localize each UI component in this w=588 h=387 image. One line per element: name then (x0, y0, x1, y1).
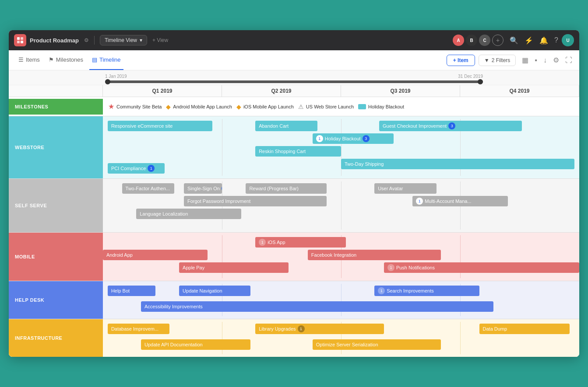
fullscreen-icon[interactable]: ⛶ (565, 56, 572, 64)
tab-items[interactable]: ☰ Items (16, 50, 42, 70)
add-view-button[interactable]: + View (152, 37, 168, 43)
activity-icon[interactable]: ⚡ (525, 36, 533, 45)
q2-header: Q2 2019 (222, 85, 341, 97)
badge-push-white: 1 (387, 264, 394, 271)
badge-3b: 3 (363, 135, 370, 142)
add-avatar-button[interactable]: + (492, 35, 503, 46)
avatar-2[interactable]: B (466, 35, 477, 46)
bar-holiday-blackout[interactable]: 1 Holiday Blackout 3 (313, 133, 394, 144)
infrastructure-content: Database Improvem... Library Upgrades 1 … (103, 319, 579, 357)
bar-user-avatar[interactable]: User Avatar (374, 183, 436, 194)
milestones-content: ★ Community Site Beta ◆ Android Mobile A… (103, 99, 579, 114)
bar-pci-compliance[interactable]: PCI Compliance 1 (108, 163, 165, 174)
export-icon[interactable]: ↓ (543, 56, 547, 64)
filter-icon: ▼ (484, 57, 489, 63)
bar-android-app[interactable]: Android App (103, 250, 208, 260)
add-item-button[interactable]: + Item (447, 55, 475, 66)
bar-responsive-ecommerce[interactable]: Responsive eCommerce site (108, 121, 212, 131)
svg-rect-1 (21, 37, 23, 40)
bar-multi-account[interactable]: 1 Multi-Account Mana... (412, 196, 508, 206)
bar-forgot-password[interactable]: Forgot Password Improvment (184, 196, 327, 206)
view-selector[interactable]: Timeline View ▾ (100, 35, 147, 45)
bar-library[interactable]: Library Upgrades 1 (255, 324, 384, 334)
milestones-row: MILESTONES ★ Community Site Beta ◆ Andro… (9, 97, 579, 116)
main-content: Q1 2019 Q2 2019 Q3 2019 Q4 2019 MILESTON… (9, 85, 579, 357)
helpdesk-label: HELP DESK (9, 281, 103, 319)
slider-start-date: 1 Jan 2019 (105, 74, 127, 79)
svg-rect-2 (17, 41, 20, 43)
top-nav: Product Roadmap ⚙ Timeline View ▾ + View… (9, 30, 579, 50)
notifications-icon[interactable]: 🔔 (539, 36, 548, 45)
selfserve-row: SELF SERVE Two-Factor Authen... Single-S… (9, 179, 579, 233)
bar-guest-checkout[interactable]: Guest Checkout Improvement 3 (379, 121, 522, 131)
diamond-icon-1: ◆ (166, 103, 171, 110)
mobile-content: 1 iOS App Android App Facebook Integrati… (103, 233, 579, 281)
selfserve-label-text: SELF SERVE (15, 203, 47, 208)
help-icon[interactable]: ? (554, 36, 558, 44)
slider-thumb-left[interactable] (105, 79, 110, 84)
q1-header: Q1 2019 (103, 85, 222, 97)
bar-reward[interactable]: Reward (Progress Bar) (246, 183, 327, 194)
milestone-webstore[interactable]: ⚠ US Web Store Launch (298, 103, 354, 110)
avatar-1[interactable]: A (453, 35, 464, 46)
bar-two-factor[interactable]: Two-Factor Authen... (122, 183, 175, 194)
milestone-label-2: Android Mobile App Launch (173, 104, 232, 109)
bar-update-nav[interactable]: Update Navigation (179, 286, 250, 296)
bar-ios-app[interactable]: 1 iOS App (255, 237, 346, 248)
milestone-community-site[interactable]: ★ Community Site Beta (108, 102, 162, 111)
bar-language[interactable]: Language Localization (136, 209, 241, 219)
bar-search-improvements[interactable]: 1 Search Improvements (374, 286, 479, 296)
bar-api-docs[interactable]: Update API Documentation (141, 339, 250, 350)
bar-reskin-cart[interactable]: Reskin Shopping Cart (255, 146, 341, 157)
group-icon[interactable]: ▦ (522, 56, 528, 64)
settings2-icon[interactable]: ⚙ (553, 56, 559, 64)
nav-divider (94, 36, 95, 45)
q3-header: Q3 2019 (341, 85, 460, 97)
bar-facebook[interactable]: Facebook Integration (308, 250, 441, 260)
badge-3: 3 (448, 122, 455, 129)
milestone-ios[interactable]: ◆ iOS Mobile App Launch (236, 103, 294, 110)
search-icon[interactable]: 🔍 (510, 36, 518, 45)
slider-track[interactable] (105, 80, 483, 83)
diamond-icon-2: ◆ (236, 103, 241, 110)
milestone-holiday[interactable]: Holiday Blackout (358, 104, 404, 109)
bar-sso[interactable]: Single-Sign On 1 (184, 183, 222, 194)
bar-accessibility[interactable]: Accessibility Improvements (141, 301, 493, 312)
warning-icon: ⚠ (298, 103, 304, 110)
nav-title: Product Roadmap (30, 37, 79, 44)
milestone-android[interactable]: ◆ Android Mobile App Launch (166, 103, 232, 110)
badge-1-white: 1 (316, 135, 323, 142)
mobile-row: MOBILE 1 iOS App Android App (9, 233, 579, 281)
bar-push-notifications[interactable]: 1 Push Notifications (384, 262, 579, 273)
tab-milestones[interactable]: ⚑ Milestones (46, 50, 86, 70)
milestone-label-5: Holiday Blackout (368, 104, 404, 109)
columns-icon[interactable]: ▪ (535, 56, 537, 64)
bar-data-dump[interactable]: Data Dump (479, 324, 570, 334)
milestone-label-1: Community Site Beta (116, 104, 162, 109)
bar-abandon-cart[interactable]: Abandon Cart (255, 121, 317, 131)
bar-help-bot[interactable]: Help Bot (108, 286, 155, 296)
slider-thumb-right[interactable] (478, 79, 483, 84)
filters-button[interactable]: ▼ 2 Filters (479, 55, 516, 66)
tab-items-label: Items (26, 56, 40, 63)
filters-label: 2 Filters (492, 57, 511, 63)
webstore-label: WEBSTORE (9, 116, 103, 178)
selfserve-label: SELF SERVE (9, 179, 103, 232)
svg-rect-3 (21, 41, 23, 43)
bar-database[interactable]: Database Improvem... (108, 324, 169, 334)
user-avatar[interactable]: U (562, 34, 574, 46)
badge-lib: 1 (298, 325, 305, 332)
avatar-3[interactable]: C (479, 35, 490, 46)
milestones-label: MILESTONES (9, 99, 103, 115)
view-selector-label: Timeline View (105, 37, 137, 43)
bar-apple-pay[interactable]: Apple Pay (179, 262, 289, 273)
selfserve-content: Two-Factor Authen... Single-Sign On 1 Re… (103, 179, 579, 232)
slider-dates: 1 Jan 2019 31 Dec 2019 (105, 74, 483, 79)
helpdesk-label-text: HELP DESK (15, 297, 44, 303)
settings-icon[interactable]: ⚙ (84, 37, 89, 43)
badge-pci: 1 (148, 165, 155, 172)
tab-timeline[interactable]: ▤ Timeline (89, 50, 123, 70)
bar-server-serial[interactable]: Optimize Server Serialization (313, 339, 441, 350)
badge-ios-white: 1 (259, 239, 266, 246)
bar-two-day-shipping[interactable]: Two-Day Shipping (341, 159, 574, 169)
